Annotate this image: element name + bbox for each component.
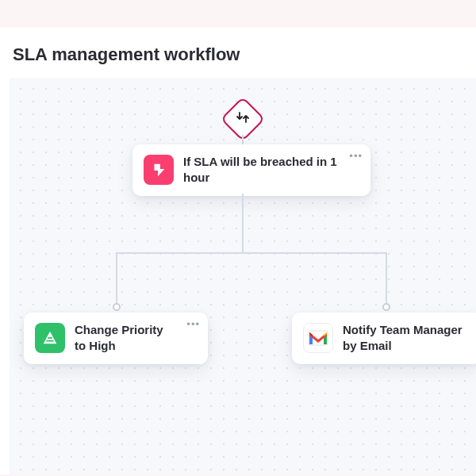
sla-icon	[144, 155, 174, 185]
connector-port	[382, 303, 390, 311]
connector-line	[386, 252, 387, 303]
action-label: Change Priority to High	[75, 322, 163, 355]
workflow-canvas[interactable]: If SLA will be breached in 1 hour •••	[10, 78, 476, 474]
action-node-notify-email[interactable]: Notify Team Manager by Email	[292, 313, 476, 364]
condition-decision-node[interactable]	[227, 103, 259, 135]
workflow-panel: SLA management workflow If SLA will be b…	[0, 27, 476, 474]
node-menu-button[interactable]: •••	[349, 151, 363, 161]
gmail-icon	[303, 323, 333, 353]
node-menu-button[interactable]: •••	[186, 319, 200, 329]
action-label-line2: to High	[75, 339, 116, 352]
workflow-title: SLA management workflow	[13, 44, 240, 65]
condition-label: If SLA will be breached in 1 hour	[183, 154, 347, 186]
condition-node[interactable]: If SLA will be breached in 1 hour •••	[132, 144, 370, 196]
priority-icon	[35, 323, 65, 353]
connector-port	[113, 303, 121, 311]
connector-line	[116, 252, 386, 254]
connector-line	[116, 252, 117, 303]
connector-line	[242, 135, 244, 144]
branching-arrows-icon	[236, 111, 250, 127]
action-label-line2: by Email	[343, 339, 392, 352]
action-label-line1: Notify Team Manager	[343, 323, 463, 336]
action-node-change-priority[interactable]: Change Priority to High •••	[24, 313, 208, 364]
action-label-line1: Change Priority	[75, 323, 163, 336]
action-label: Notify Team Manager by Email	[343, 322, 463, 355]
connector-line	[242, 194, 244, 252]
